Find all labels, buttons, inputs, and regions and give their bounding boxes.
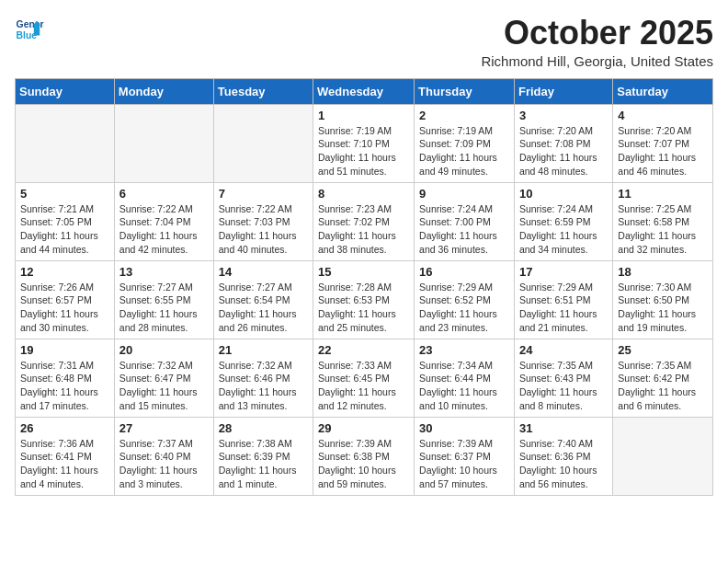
day-info: Sunrise: 7:35 AM Sunset: 6:43 PM Dayligh…: [519, 359, 608, 413]
day-number: 10: [519, 187, 608, 201]
day-info: Sunrise: 7:33 AM Sunset: 6:45 PM Dayligh…: [318, 359, 409, 413]
day-number: 20: [119, 343, 209, 357]
calendar-cell: 22Sunrise: 7:33 AM Sunset: 6:45 PM Dayli…: [313, 339, 415, 417]
day-number: 16: [419, 265, 509, 279]
calendar-cell: 4Sunrise: 7:20 AM Sunset: 7:07 PM Daylig…: [613, 104, 713, 182]
day-info: Sunrise: 7:34 AM Sunset: 6:44 PM Dayligh…: [419, 359, 509, 413]
calendar-cell: [16, 104, 115, 182]
page: General Blue October 2025 Richmond Hill,…: [0, 0, 728, 511]
day-number: 12: [20, 265, 109, 279]
day-info: Sunrise: 7:22 AM Sunset: 7:03 PM Dayligh…: [219, 202, 308, 257]
calendar-cell: 16Sunrise: 7:29 AM Sunset: 6:52 PM Dayli…: [415, 260, 515, 339]
calendar-cell: 17Sunrise: 7:29 AM Sunset: 6:51 PM Dayli…: [514, 260, 612, 339]
location: Richmond Hill, Georgia, United States: [481, 53, 713, 69]
day-info: Sunrise: 7:37 AM Sunset: 6:40 PM Dayligh…: [119, 437, 209, 491]
day-info: Sunrise: 7:26 AM Sunset: 6:57 PM Dayligh…: [20, 281, 109, 335]
day-info: Sunrise: 7:39 AM Sunset: 6:38 PM Dayligh…: [318, 437, 409, 491]
day-info: Sunrise: 7:19 AM Sunset: 7:10 PM Dayligh…: [318, 124, 409, 178]
day-info: Sunrise: 7:29 AM Sunset: 6:51 PM Dayligh…: [519, 281, 608, 335]
week-row: 19Sunrise: 7:31 AM Sunset: 6:48 PM Dayli…: [16, 339, 713, 417]
calendar-cell: 6Sunrise: 7:22 AM Sunset: 7:04 PM Daylig…: [114, 182, 213, 260]
calendar-cell: 23Sunrise: 7:34 AM Sunset: 6:44 PM Dayli…: [415, 339, 515, 417]
day-of-week-header: Sunday: [16, 78, 115, 104]
day-number: 31: [519, 421, 608, 435]
calendar-cell: 5Sunrise: 7:21 AM Sunset: 7:05 PM Daylig…: [16, 182, 115, 260]
calendar-cell: 8Sunrise: 7:23 AM Sunset: 7:02 PM Daylig…: [313, 182, 415, 260]
calendar-cell: 21Sunrise: 7:32 AM Sunset: 6:46 PM Dayli…: [213, 339, 313, 417]
day-info: Sunrise: 7:24 AM Sunset: 7:00 PM Dayligh…: [419, 202, 509, 257]
day-info: Sunrise: 7:29 AM Sunset: 6:52 PM Dayligh…: [419, 281, 509, 335]
calendar-cell: 25Sunrise: 7:35 AM Sunset: 6:42 PM Dayli…: [613, 339, 713, 417]
header: General Blue October 2025 Richmond Hill,…: [15, 15, 713, 69]
day-of-week-header: Friday: [514, 78, 612, 104]
day-number: 18: [618, 265, 708, 279]
day-number: 25: [618, 343, 708, 357]
day-info: Sunrise: 7:27 AM Sunset: 6:54 PM Dayligh…: [219, 281, 308, 335]
day-number: 29: [318, 421, 409, 435]
calendar-cell: 15Sunrise: 7:28 AM Sunset: 6:53 PM Dayli…: [313, 260, 415, 339]
day-number: 30: [419, 421, 509, 435]
day-info: Sunrise: 7:19 AM Sunset: 7:09 PM Dayligh…: [419, 124, 509, 178]
day-number: 17: [519, 265, 608, 279]
calendar-cell: [213, 104, 313, 182]
day-info: Sunrise: 7:22 AM Sunset: 7:04 PM Dayligh…: [119, 202, 209, 257]
day-info: Sunrise: 7:23 AM Sunset: 7:02 PM Dayligh…: [318, 202, 409, 257]
calendar-cell: 24Sunrise: 7:35 AM Sunset: 6:43 PM Dayli…: [514, 339, 612, 417]
calendar-cell: 26Sunrise: 7:36 AM Sunset: 6:41 PM Dayli…: [16, 417, 115, 495]
calendar-cell: 20Sunrise: 7:32 AM Sunset: 6:47 PM Dayli…: [114, 339, 213, 417]
day-number: 11: [618, 187, 708, 201]
day-info: Sunrise: 7:32 AM Sunset: 6:47 PM Dayligh…: [119, 359, 209, 413]
day-number: 3: [519, 109, 608, 122]
calendar-cell: 18Sunrise: 7:30 AM Sunset: 6:50 PM Dayli…: [613, 260, 713, 339]
day-number: 6: [119, 187, 209, 201]
day-info: Sunrise: 7:20 AM Sunset: 7:07 PM Dayligh…: [618, 124, 708, 178]
day-info: Sunrise: 7:38 AM Sunset: 6:39 PM Dayligh…: [219, 437, 308, 491]
day-info: Sunrise: 7:39 AM Sunset: 6:37 PM Dayligh…: [419, 437, 509, 491]
day-info: Sunrise: 7:21 AM Sunset: 7:05 PM Dayligh…: [20, 202, 109, 257]
calendar-cell: 9Sunrise: 7:24 AM Sunset: 7:00 PM Daylig…: [415, 182, 515, 260]
day-number: 5: [20, 187, 109, 201]
day-number: 21: [219, 343, 308, 357]
day-number: 24: [519, 343, 608, 357]
calendar-cell: [114, 104, 213, 182]
day-info: Sunrise: 7:32 AM Sunset: 6:46 PM Dayligh…: [219, 359, 308, 413]
day-info: Sunrise: 7:31 AM Sunset: 6:48 PM Dayligh…: [20, 359, 109, 413]
day-number: 28: [219, 421, 308, 435]
calendar-cell: 30Sunrise: 7:39 AM Sunset: 6:37 PM Dayli…: [415, 417, 515, 495]
calendar-cell: 10Sunrise: 7:24 AM Sunset: 6:59 PM Dayli…: [514, 182, 612, 260]
calendar-cell: 14Sunrise: 7:27 AM Sunset: 6:54 PM Dayli…: [213, 260, 313, 339]
day-number: 22: [318, 343, 409, 357]
day-info: Sunrise: 7:35 AM Sunset: 6:42 PM Dayligh…: [618, 359, 708, 413]
day-info: Sunrise: 7:25 AM Sunset: 6:58 PM Dayligh…: [618, 202, 708, 257]
day-number: 19: [20, 343, 109, 357]
day-info: Sunrise: 7:36 AM Sunset: 6:41 PM Dayligh…: [20, 437, 109, 491]
day-number: 1: [318, 109, 409, 122]
day-number: 27: [119, 421, 209, 435]
calendar-cell: 11Sunrise: 7:25 AM Sunset: 6:58 PM Dayli…: [613, 182, 713, 260]
calendar-cell: 12Sunrise: 7:26 AM Sunset: 6:57 PM Dayli…: [16, 260, 115, 339]
week-row: 5Sunrise: 7:21 AM Sunset: 7:05 PM Daylig…: [16, 182, 713, 260]
day-number: 13: [119, 265, 209, 279]
day-of-week-header: Wednesday: [313, 78, 415, 104]
day-number: 2: [419, 109, 509, 122]
calendar-cell: 2Sunrise: 7:19 AM Sunset: 7:09 PM Daylig…: [415, 104, 515, 182]
calendar-cell: 28Sunrise: 7:38 AM Sunset: 6:39 PM Dayli…: [213, 417, 313, 495]
day-number: 4: [618, 109, 708, 122]
day-of-week-header: Thursday: [415, 78, 515, 104]
day-info: Sunrise: 7:27 AM Sunset: 6:55 PM Dayligh…: [119, 281, 209, 335]
day-number: 15: [318, 265, 409, 279]
day-info: Sunrise: 7:40 AM Sunset: 6:36 PM Dayligh…: [519, 437, 608, 491]
day-info: Sunrise: 7:24 AM Sunset: 6:59 PM Dayligh…: [519, 202, 608, 257]
calendar-cell: 19Sunrise: 7:31 AM Sunset: 6:48 PM Dayli…: [16, 339, 115, 417]
logo-icon: General Blue: [15, 15, 44, 44]
logo: General Blue: [15, 15, 44, 44]
day-of-week-header: Monday: [114, 78, 213, 104]
calendar-cell: 27Sunrise: 7:37 AM Sunset: 6:40 PM Dayli…: [114, 417, 213, 495]
month-title: October 2025: [481, 15, 713, 52]
calendar-cell: 7Sunrise: 7:22 AM Sunset: 7:03 PM Daylig…: [213, 182, 313, 260]
day-number: 8: [318, 187, 409, 201]
day-header-row: SundayMondayTuesdayWednesdayThursdayFrid…: [16, 78, 713, 104]
week-row: 12Sunrise: 7:26 AM Sunset: 6:57 PM Dayli…: [16, 260, 713, 339]
calendar-cell: [613, 417, 713, 495]
calendar-cell: 1Sunrise: 7:19 AM Sunset: 7:10 PM Daylig…: [313, 104, 415, 182]
